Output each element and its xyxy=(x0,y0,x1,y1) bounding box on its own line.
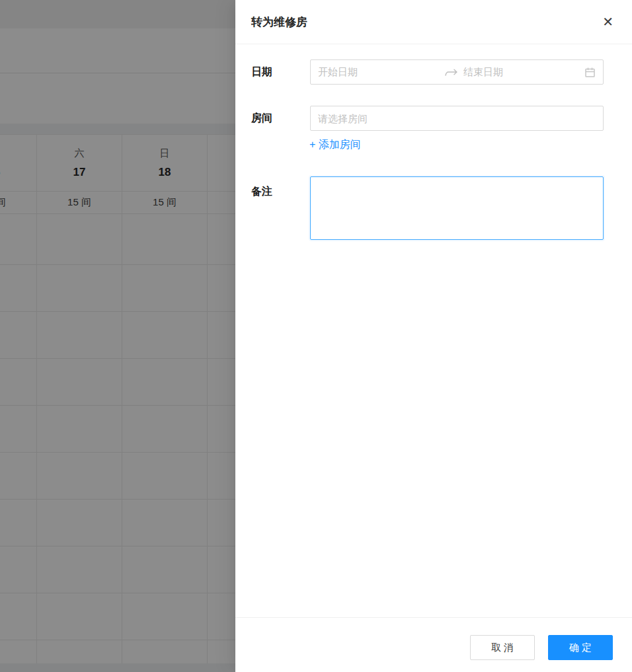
confirm-button[interactable]: 确 定 xyxy=(548,635,613,660)
drawer-title: 转为维修房 xyxy=(251,15,307,30)
range-arrow-icon xyxy=(445,67,458,77)
room-select-input[interactable] xyxy=(318,113,596,124)
date-range-picker[interactable]: 开始日期 结束日期 xyxy=(310,59,604,85)
start-date-placeholder: 开始日期 xyxy=(318,66,445,79)
room-select[interactable] xyxy=(310,106,604,131)
close-icon: ✕ xyxy=(602,15,613,29)
close-button[interactable]: ✕ xyxy=(600,13,616,31)
drawer-header: 转为维修房 xyxy=(235,0,632,44)
remark-textarea[interactable] xyxy=(310,176,604,240)
add-room-button[interactable]: + 添加房间 xyxy=(309,138,361,152)
room-label: 房间 xyxy=(251,112,272,126)
maintenance-room-drawer: 转为维修房 ✕ 日期 开始日期 结束日期 房间 + 添加房间 备注 取 xyxy=(235,0,632,672)
calendar-icon xyxy=(584,67,596,78)
end-date-placeholder: 结束日期 xyxy=(463,66,579,79)
remark-label: 备注 xyxy=(251,185,272,199)
drawer-footer: 取 消 确 定 xyxy=(235,617,632,672)
cancel-button[interactable]: 取 消 xyxy=(470,635,535,660)
date-label: 日期 xyxy=(251,65,272,79)
